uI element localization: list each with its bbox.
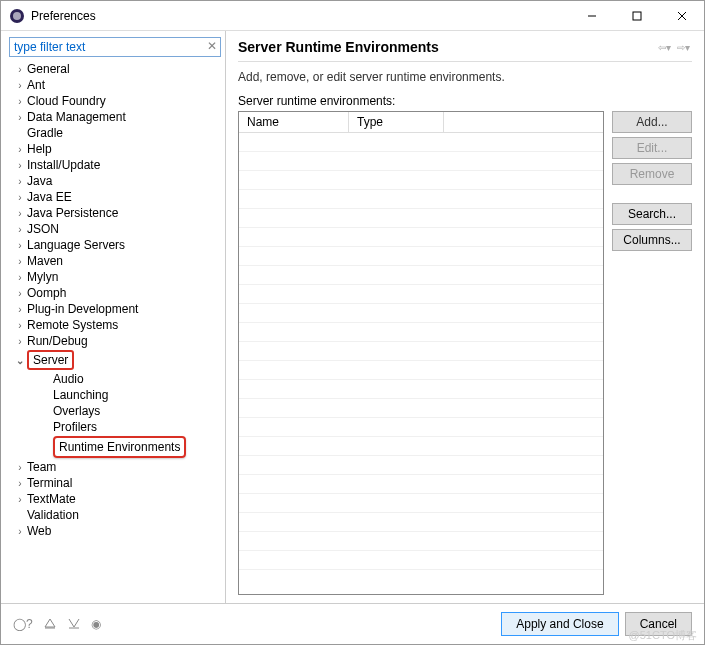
record-icon[interactable]: ◉ — [91, 617, 101, 632]
chevron-right-icon[interactable]: › — [13, 494, 27, 505]
table-row — [239, 152, 603, 171]
tree-item-label: Oomph — [27, 286, 66, 300]
columns-button[interactable]: Columns... — [612, 229, 692, 251]
tree-item-label: General — [27, 62, 70, 76]
tree-item-java-ee[interactable]: ›Java EE — [9, 189, 225, 205]
table-row — [239, 171, 603, 190]
chevron-right-icon[interactable]: › — [13, 224, 27, 235]
tree-item-oomph[interactable]: ›Oomph — [9, 285, 225, 301]
main-panel: Server Runtime Environments ⇦▾ ⇨▾ Add, r… — [226, 31, 704, 603]
table-row — [239, 437, 603, 456]
filter-input[interactable] — [9, 37, 221, 57]
tree-item-label: Plug-in Development — [27, 302, 138, 316]
chevron-right-icon[interactable]: › — [13, 336, 27, 347]
table-row — [239, 209, 603, 228]
chevron-right-icon[interactable]: › — [13, 320, 27, 331]
tree-item-cloud-foundry[interactable]: ›Cloud Foundry — [9, 93, 225, 109]
tree-item-maven[interactable]: ›Maven — [9, 253, 225, 269]
tree-item-terminal[interactable]: ›Terminal — [9, 475, 225, 491]
table-row — [239, 285, 603, 304]
tree-item-plug-in-development[interactable]: ›Plug-in Development — [9, 301, 225, 317]
tree-item-help[interactable]: ›Help — [9, 141, 225, 157]
tree-item-remote-systems[interactable]: ›Remote Systems — [9, 317, 225, 333]
preferences-window: Preferences ✕ ›General›Ant›Cloud Foundry… — [0, 0, 705, 645]
chevron-right-icon[interactable]: › — [13, 272, 27, 283]
table-row — [239, 551, 603, 570]
help-icon[interactable]: ◯? — [13, 617, 33, 632]
tree-item-server[interactable]: ⌄Server — [9, 349, 225, 371]
chevron-right-icon[interactable]: › — [13, 208, 27, 219]
clear-filter-icon[interactable]: ✕ — [207, 39, 217, 53]
chevron-right-icon[interactable]: › — [13, 304, 27, 315]
minimize-button[interactable] — [569, 1, 614, 30]
chevron-right-icon[interactable]: › — [13, 256, 27, 267]
tree-item-label: TextMate — [27, 492, 76, 506]
tree-item-validation[interactable]: Validation — [9, 507, 225, 523]
tree-item-json[interactable]: ›JSON — [9, 221, 225, 237]
chevron-right-icon[interactable]: › — [13, 64, 27, 75]
table-row — [239, 475, 603, 494]
table-row — [239, 513, 603, 532]
tree-item-label: Launching — [53, 388, 108, 402]
chevron-right-icon[interactable]: › — [13, 462, 27, 473]
tree-item-web[interactable]: ›Web — [9, 523, 225, 539]
tree-item-run-debug[interactable]: ›Run/Debug — [9, 333, 225, 349]
tree-item-data-management[interactable]: ›Data Management — [9, 109, 225, 125]
import-icon[interactable] — [43, 617, 57, 632]
chevron-right-icon[interactable]: › — [13, 160, 27, 171]
forward-icon[interactable]: ⇨▾ — [675, 42, 692, 53]
chevron-right-icon[interactable]: › — [13, 192, 27, 203]
close-button[interactable] — [659, 1, 704, 30]
add-button[interactable]: Add... — [612, 111, 692, 133]
tree-item-overlays[interactable]: Overlays — [9, 403, 225, 419]
tree-item-java-persistence[interactable]: ›Java Persistence — [9, 205, 225, 221]
tree-item-label: Maven — [27, 254, 63, 268]
page-description: Add, remove, or edit server runtime envi… — [238, 70, 692, 84]
maximize-button[interactable] — [614, 1, 659, 30]
tree-item-launching[interactable]: Launching — [9, 387, 225, 403]
chevron-right-icon[interactable]: › — [13, 478, 27, 489]
table-row — [239, 228, 603, 247]
export-icon[interactable] — [67, 617, 81, 632]
preferences-tree[interactable]: ›General›Ant›Cloud Foundry›Data Manageme… — [9, 61, 225, 597]
chevron-right-icon[interactable]: › — [13, 240, 27, 251]
chevron-right-icon[interactable]: › — [13, 526, 27, 537]
window-title: Preferences — [31, 9, 569, 23]
remove-button[interactable]: Remove — [612, 163, 692, 185]
runtime-table[interactable]: Name Type — [238, 111, 604, 595]
chevron-right-icon[interactable]: › — [13, 176, 27, 187]
tree-item-install-update[interactable]: ›Install/Update — [9, 157, 225, 173]
table-row — [239, 247, 603, 266]
list-label: Server runtime environments: — [238, 94, 692, 108]
tree-item-gradle[interactable]: Gradle — [9, 125, 225, 141]
column-type[interactable]: Type — [349, 112, 444, 132]
tree-item-mylyn[interactable]: ›Mylyn — [9, 269, 225, 285]
tree-item-runtime-environments[interactable]: Runtime Environments — [9, 435, 225, 459]
column-name[interactable]: Name — [239, 112, 349, 132]
apply-close-button[interactable]: Apply and Close — [501, 612, 618, 636]
chevron-down-icon[interactable]: ⌄ — [13, 355, 27, 366]
tree-item-team[interactable]: ›Team — [9, 459, 225, 475]
app-icon — [9, 8, 25, 24]
tree-item-profilers[interactable]: Profilers — [9, 419, 225, 435]
edit-button[interactable]: Edit... — [612, 137, 692, 159]
tree-item-audio[interactable]: Audio — [9, 371, 225, 387]
tree-item-ant[interactable]: ›Ant — [9, 77, 225, 93]
back-icon[interactable]: ⇦▾ — [656, 42, 673, 53]
tree-item-textmate[interactable]: ›TextMate — [9, 491, 225, 507]
tree-item-java[interactable]: ›Java — [9, 173, 225, 189]
titlebar: Preferences — [1, 1, 704, 31]
chevron-right-icon[interactable]: › — [13, 288, 27, 299]
table-row — [239, 323, 603, 342]
search-button[interactable]: Search... — [612, 203, 692, 225]
chevron-right-icon[interactable]: › — [13, 144, 27, 155]
table-row — [239, 304, 603, 323]
tree-item-label: Runtime Environments — [53, 436, 186, 458]
chevron-right-icon[interactable]: › — [13, 96, 27, 107]
tree-item-general[interactable]: ›General — [9, 61, 225, 77]
chevron-right-icon[interactable]: › — [13, 112, 27, 123]
chevron-right-icon[interactable]: › — [13, 80, 27, 91]
tree-item-language-servers[interactable]: ›Language Servers — [9, 237, 225, 253]
table-row — [239, 361, 603, 380]
table-body — [239, 133, 603, 594]
